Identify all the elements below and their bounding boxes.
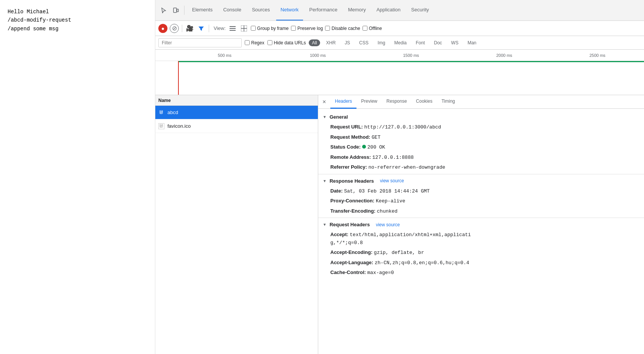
tab-security[interactable]: Security	[406, 0, 433, 21]
response-date: Date: Sat, 03 Feb 2018 14:44:24 GMT	[318, 186, 644, 196]
tab-sources[interactable]: Sources	[247, 0, 275, 21]
cursor-icon[interactable]	[158, 5, 169, 16]
svg-rect-1	[177, 9, 178, 12]
request-name-abcd: abcd	[167, 110, 178, 115]
general-status-code: Status Code: 200 OK	[318, 142, 644, 152]
main-split: Name abcd	[155, 95, 644, 354]
filter-type-css[interactable]: CSS	[356, 39, 372, 46]
toolbar-sep2	[209, 25, 209, 32]
view-label: View:	[214, 25, 226, 31]
device-icon[interactable]	[170, 5, 181, 16]
hide-data-urls-checkbox[interactable]	[267, 40, 272, 45]
regex-label[interactable]: Regex	[245, 40, 264, 45]
filter-type-doc[interactable]: Doc	[431, 39, 445, 46]
general-section-header[interactable]: ▼ General	[318, 112, 644, 122]
details-tabs: × Headers Preview Response Cookies Timin…	[318, 95, 644, 109]
headers-content: ▼ General Request URL: http://127.0.0.1:…	[318, 109, 644, 354]
detail-tab-preview[interactable]: Preview	[356, 95, 382, 109]
timeline-red-line	[178, 61, 179, 95]
requests-header: Name	[155, 95, 318, 106]
divider-1	[318, 174, 644, 174]
filter-button[interactable]	[197, 24, 206, 33]
offline-checkbox[interactable]	[363, 26, 367, 31]
response-headers-title: Response Headers	[330, 178, 374, 184]
request-headers-section-header[interactable]: ▼ Request Headers view source	[318, 219, 644, 230]
filter-row: Regex Hide data URLs All XHR JS CSS Img …	[155, 36, 644, 50]
hide-data-urls-label[interactable]: Hide data URLs	[267, 40, 306, 45]
request-accept: Accept: text/html,application/xhtml+xml,…	[318, 230, 644, 247]
svg-rect-3	[230, 28, 236, 29]
detail-tab-headers[interactable]: Headers	[330, 95, 356, 109]
request-icon-abcd	[158, 110, 164, 116]
camera-button[interactable]: 🎥	[185, 24, 194, 33]
response-transfer-encoding: Transfer-Encoding: chunked	[318, 206, 644, 216]
request-item-favicon[interactable]: favicon.ico	[155, 119, 318, 133]
general-request-url: Request URL: http://127.0.0.1:3000/abcd	[318, 122, 644, 132]
svg-rect-5	[241, 25, 244, 28]
requests-panel: Name abcd	[155, 95, 318, 354]
ruler-mark-1500: 1500 ms	[364, 53, 458, 58]
request-icon-favicon	[158, 123, 164, 129]
divider-2	[318, 218, 644, 218]
request-view-source[interactable]: view source	[376, 222, 400, 227]
filter-type-all[interactable]: All	[309, 39, 320, 46]
preserve-log-label[interactable]: Preserve log	[291, 26, 323, 31]
page-text: Hello Michael /abcd-modify-request /appe…	[8, 8, 147, 33]
detail-tab-cookies[interactable]: Cookies	[411, 95, 437, 109]
response-headers-section-header[interactable]: ▼ Response Headers view source	[318, 176, 644, 186]
tab-network[interactable]: Network	[276, 0, 303, 21]
general-title: General	[330, 114, 348, 120]
ruler-mark-500: 500 ms	[178, 53, 271, 58]
close-details-button[interactable]: ×	[320, 97, 329, 107]
timeline-area: 500 ms 1000 ms 1500 ms 2000 ms 2500 ms	[155, 50, 644, 95]
tab-console[interactable]: Console	[219, 0, 246, 21]
disable-cache-label[interactable]: Disable cache	[325, 26, 360, 31]
response-proxy-connection: Proxy-Connection: Keep-alive	[318, 196, 644, 206]
detail-tab-response[interactable]: Response	[382, 95, 411, 109]
group-by-frame-checkbox[interactable]	[251, 26, 256, 31]
devtools-panel: Elements Console Sources Network Perform…	[155, 0, 644, 354]
svg-rect-4	[230, 30, 236, 31]
svg-rect-6	[244, 25, 247, 28]
tab-memory[interactable]: Memory	[344, 0, 370, 21]
response-triangle: ▼	[323, 179, 327, 183]
record-button[interactable]: ●	[158, 24, 167, 33]
svg-rect-0	[174, 8, 177, 13]
timeline-ruler: 500 ms 1000 ms 1500 ms 2000 ms 2500 ms	[155, 50, 644, 61]
tab-separator	[184, 6, 184, 15]
preserve-log-checkbox[interactable]	[291, 26, 296, 31]
tab-performance[interactable]: Performance	[305, 0, 342, 21]
timeline-green-line	[178, 61, 644, 62]
filter-type-xhr[interactable]: XHR	[323, 39, 339, 46]
tree-view-button[interactable]	[239, 24, 249, 33]
request-item-abcd[interactable]: abcd	[155, 106, 318, 119]
filter-type-img[interactable]: Img	[375, 39, 388, 46]
devtools-tab-bar: Elements Console Sources Network Perform…	[155, 0, 644, 21]
filter-type-ws[interactable]: WS	[448, 39, 461, 46]
timeline-chart	[155, 61, 644, 95]
disable-cache-checkbox[interactable]	[325, 26, 330, 31]
detail-tab-timing[interactable]: Timing	[437, 95, 460, 109]
tab-elements[interactable]: Elements	[188, 0, 217, 21]
offline-label[interactable]: Offline	[363, 26, 382, 31]
tab-application[interactable]: Application	[372, 0, 405, 21]
filter-type-man[interactable]: Man	[464, 39, 479, 46]
filter-input[interactable]	[158, 38, 242, 47]
general-referrer-policy: Referrer Policy: no-referrer-when-downgr…	[318, 162, 644, 172]
details-panel: × Headers Preview Response Cookies Timin…	[318, 95, 644, 354]
filter-type-js[interactable]: JS	[342, 39, 353, 46]
request-accept-encoding: Accept-Encoding: gzip, deflate, br	[318, 247, 644, 258]
request-accept-language: Accept-Language: zh-CN,zh;q=0.8,en;q=0.6…	[318, 258, 644, 268]
requests-list: abcd favicon.ico	[155, 106, 318, 354]
clear-button[interactable]: ⊘	[170, 24, 179, 33]
response-view-source[interactable]: view source	[380, 178, 404, 183]
filter-type-font[interactable]: Font	[413, 39, 428, 46]
group-by-frame-label[interactable]: Group by frame	[251, 26, 289, 31]
general-request-method: Request Method: GET	[318, 132, 644, 143]
regex-checkbox[interactable]	[245, 40, 250, 45]
svg-rect-8	[244, 28, 247, 31]
filter-type-media[interactable]: Media	[391, 39, 410, 46]
status-dot	[362, 145, 366, 149]
network-toolbar: ● ⊘ 🎥 View: Gro	[155, 21, 644, 36]
list-view-button[interactable]	[228, 24, 237, 33]
